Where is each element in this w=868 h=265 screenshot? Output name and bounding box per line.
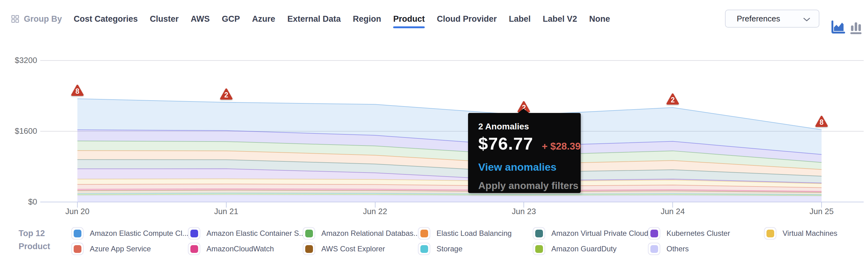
apply-anomaly-filters-link[interactable]: Apply anomaly filters xyxy=(478,180,581,191)
anomaly-count: 8 xyxy=(815,118,828,127)
anomaly-count: 2 xyxy=(220,91,233,99)
anomaly-count: 8 xyxy=(71,87,84,96)
anomaly-tooltip: 2 Anomalies $76.77 + $28.39 View anomali… xyxy=(468,113,581,193)
area-band-others[interactable] xyxy=(78,195,822,202)
anomaly-marker-jun-25[interactable]: 8 xyxy=(815,115,828,127)
anomaly-marker-jun-21[interactable]: 2 xyxy=(220,88,233,100)
view-anomalies-link[interactable]: View anomalies xyxy=(478,161,581,173)
anomaly-count: 2 xyxy=(666,96,679,104)
anomaly-marker-jun-24[interactable]: 2 xyxy=(666,93,679,105)
stacked-area-chart[interactable] xyxy=(0,0,868,265)
anomaly-marker-jun-20[interactable]: 8 xyxy=(71,84,84,96)
tooltip-cost-value: $76.77 xyxy=(478,133,533,154)
tooltip-anomaly-count: 2 Anomalies xyxy=(478,122,581,132)
tooltip-cost-delta: + $28.39 xyxy=(542,140,581,152)
